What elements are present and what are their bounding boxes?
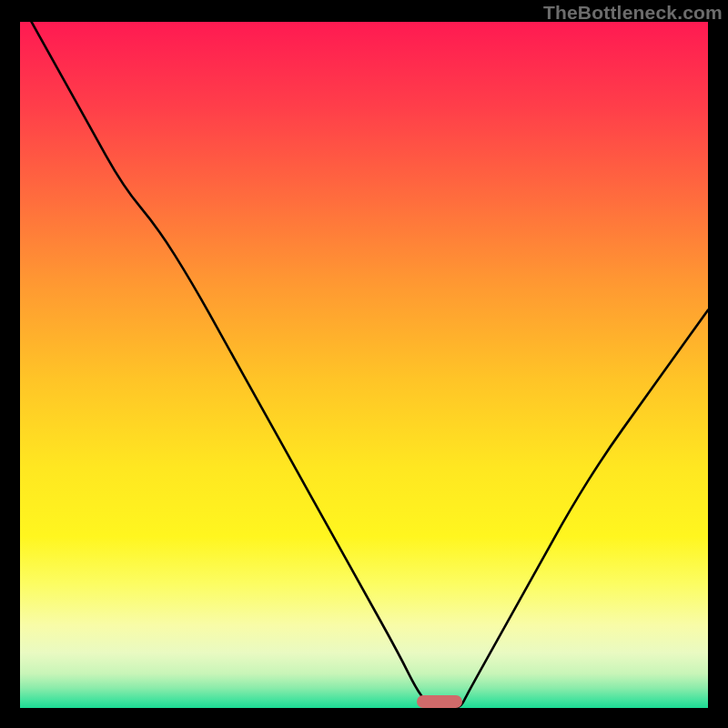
plot-area (20, 22, 708, 708)
watermark-text: TheBottleneck.com (543, 2, 723, 24)
optimum-marker (417, 695, 461, 708)
chart-frame: TheBottleneck.com (0, 0, 728, 728)
bottleneck-curve (20, 22, 708, 708)
